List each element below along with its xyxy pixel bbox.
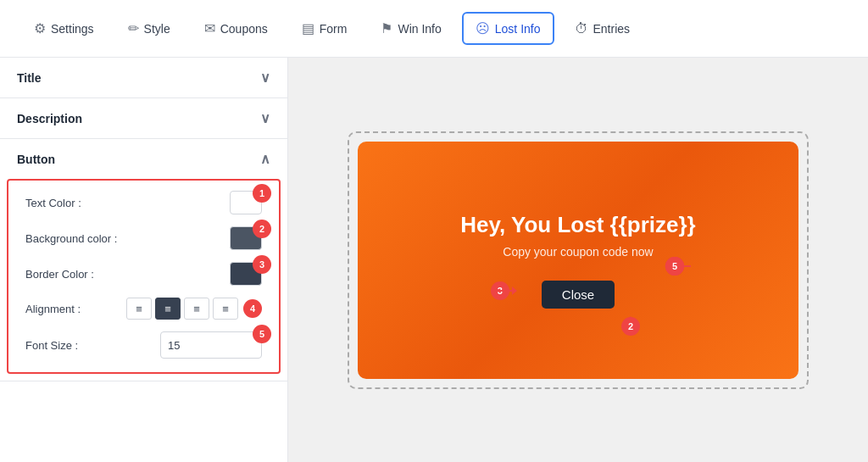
align-right-button[interactable]: ≡ [184, 298, 209, 320]
preview-close-button[interactable]: Close [542, 281, 615, 309]
nav-lost-info[interactable]: ☹ Lost Info [462, 12, 554, 45]
text-color-label: Text Color : [25, 197, 81, 209]
left-panel: Title ∨ Description ∨ Button ∧ Text Colo… [0, 58, 288, 462]
ann-badge-2: 2 [621, 317, 640, 336]
align-center-button[interactable]: ≡ [155, 298, 181, 320]
font-size-badge: 5 [253, 325, 271, 343]
chevron-down-icon-2: ∨ [260, 110, 270, 126]
right-panel: Hey, You Lost {{prize}} Copy your coupon… [288, 58, 868, 462]
nav-settings[interactable]: ⚙ Settings [20, 12, 108, 45]
alignment-label: Alignment : [25, 303, 81, 315]
button-section-content: Text Color : 1 Background color : 2 [7, 179, 281, 374]
nav-style[interactable]: ✏ Style [114, 12, 184, 45]
ann-right-group: 1 4 5 [665, 265, 691, 267]
nav-style-label: Style [144, 22, 170, 36]
win-info-icon: ⚑ [381, 20, 392, 36]
ann-2-group: 2 [630, 317, 632, 334]
style-icon: ✏ [128, 20, 139, 36]
preview-title: Hey, You Lost {{prize}} [460, 212, 695, 238]
accordion-description: Description ∨ [0, 98, 287, 139]
nav-settings-label: Settings [51, 22, 94, 36]
text-color-badge: 1 [253, 184, 271, 203]
entries-icon: ⏱ [575, 21, 588, 36]
align-left-button[interactable]: ≡ [126, 298, 152, 320]
bg-color-badge: 2 [253, 220, 271, 238]
chevron-up-icon: ∧ [260, 151, 270, 167]
border-color-row: Border Color : 3 [25, 262, 262, 286]
font-size-label: Font Size : [25, 339, 78, 352]
coupons-icon: ✉ [204, 20, 215, 36]
nav-win-info[interactable]: ⚑ Win Info [367, 12, 454, 45]
nav-coupons-label: Coupons [220, 22, 268, 36]
nav-form[interactable]: ▤ Form [288, 12, 361, 45]
ann-3-arrow [512, 287, 517, 295]
align-justify-button[interactable]: ≡ [213, 298, 238, 320]
nav-lost-info-label: Lost Info [495, 22, 541, 36]
chevron-down-icon: ∨ [260, 70, 270, 86]
font-size-row: Font Size : 5 [25, 331, 262, 359]
close-button-area: 3 Close 2 [542, 274, 615, 309]
border-color-badge: 3 [253, 255, 271, 274]
accordion-title: Title ∨ [0, 58, 287, 98]
nav-win-info-label: Win Info [398, 22, 441, 36]
alignment-badge: 4 [243, 299, 262, 318]
bg-color-label: Background color : [25, 232, 117, 245]
preview-subtitle: Copy your coupon code now [503, 245, 653, 259]
alignment-buttons: ≡ ≡ ≡ ≡ 4 [126, 298, 262, 320]
accordion-button: Button ∧ Text Color : 1 Background color… [0, 139, 287, 381]
accordion-title-header[interactable]: Title ∨ [0, 58, 287, 97]
border-color-label: Border Color : [25, 268, 94, 281]
alignment-row: Alignment : ≡ ≡ ≡ ≡ 4 [25, 298, 262, 320]
nav-coupons[interactable]: ✉ Coupons [191, 12, 281, 45]
ann-badge-5: 5 [665, 257, 684, 276]
bg-color-row: Background color : 2 [25, 226, 262, 250]
text-color-row: Text Color : 1 [25, 191, 262, 214]
font-size-input[interactable] [160, 331, 262, 359]
ann-3-line [491, 290, 516, 292]
border-color-swatch-wrapper: 3 [230, 262, 262, 286]
nav-entries[interactable]: ⏱ Entries [561, 13, 644, 45]
lost-info-icon: ☹ [476, 20, 490, 36]
accordion-button-header[interactable]: Button ∧ [0, 139, 287, 179]
accordion-description-header[interactable]: Description ∨ [0, 98, 287, 138]
main-layout: Title ∨ Description ∨ Button ∧ Text Colo… [0, 58, 868, 462]
accordion-title-label: Title [17, 71, 42, 85]
accordion-button-label: Button [17, 153, 55, 166]
bg-color-swatch-wrapper: 2 [230, 226, 262, 250]
nav-form-label: Form [320, 22, 348, 36]
preview-card: Hey, You Lost {{prize}} Copy your coupon… [358, 142, 798, 379]
nav-entries-label: Entries [593, 22, 631, 36]
form-icon: ▤ [302, 20, 314, 36]
settings-icon: ⚙ [34, 20, 46, 36]
top-navigation: ⚙ Settings ✏ Style ✉ Coupons ▤ Form ⚑ Wi… [0, 0, 868, 58]
preview-dashed-border: Hey, You Lost {{prize}} Copy your coupon… [348, 131, 809, 389]
accordion-description-label: Description [17, 112, 82, 125]
text-color-swatch-wrapper: 1 [230, 191, 262, 214]
ann-3-group: 3 [491, 290, 516, 292]
